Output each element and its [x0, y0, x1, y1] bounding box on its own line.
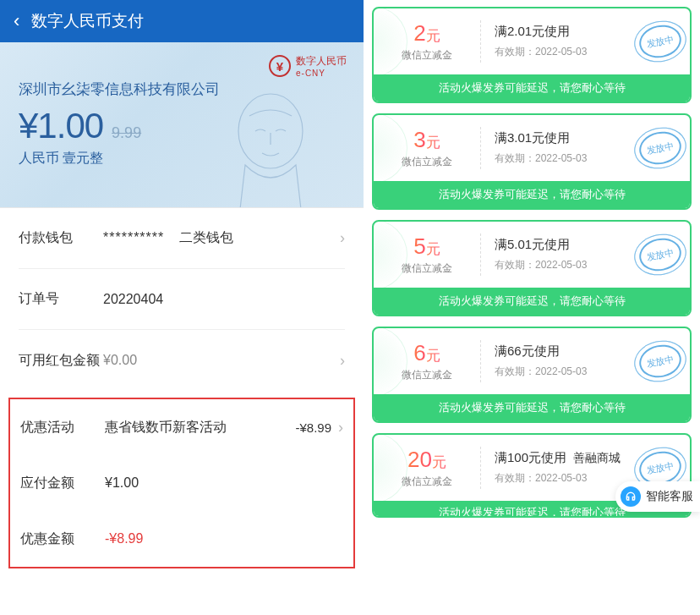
chevron-right-icon: ›	[338, 419, 343, 437]
issuing-stamp-icon: 发放中	[637, 234, 685, 275]
payable-value: ¥1.00	[105, 475, 343, 491]
activity-label: 优惠活动	[20, 419, 105, 437]
headset-icon	[621, 486, 641, 507]
coupon-subtitle: 微信立减金	[402, 475, 452, 489]
coupon-subtitle: 微信立减金	[402, 48, 452, 63]
promo-highlight-box: 优惠活动 惠省钱数币新客活动 -¥8.99 › 应付金额 ¥1.00 优惠金额 …	[8, 398, 355, 568]
banknote-card: ¥ 数字人民币 e-CNY 深圳市幺柒零信息科技有限公司 ¥1.00 9.99 …	[0, 42, 364, 208]
order-row: 订单号 20220404	[19, 269, 345, 330]
issuing-stamp-icon: 发放中	[637, 128, 685, 168]
header-title: 数字人民币支付	[31, 10, 144, 32]
wallet-value: ********** 二类钱包	[103, 229, 333, 247]
coupon-amount: 3	[413, 127, 425, 152]
order-label: 订单号	[19, 290, 103, 308]
discount-value: -¥8.99	[105, 531, 343, 546]
coupon-amount: 2	[413, 20, 425, 46]
coupons-screen: 2元 微信立减金 满2.01元使用 有效期：2022-05-03 发放中 活动火…	[364, 0, 700, 615]
chevron-right-icon: ›	[340, 352, 345, 370]
coupon-card[interactable]: 5元 微信立减金 满5.01元使用 有效期：2022-05-03 发放中 活动火…	[372, 220, 692, 316]
discount-label: 优惠金额	[20, 530, 105, 548]
back-icon[interactable]: ‹	[14, 12, 19, 30]
pay-amount: ¥1.00	[19, 106, 103, 146]
redpack-label: 可用红包金额	[19, 352, 103, 370]
coupon-footer: 活动火爆发券可能延迟，请您耐心等待	[374, 181, 690, 208]
header-bar: ‹ 数字人民币支付	[0, 0, 364, 42]
wallet-row[interactable]: 付款钱包 ********** 二类钱包 ›	[19, 208, 345, 269]
coupon-amount: 6	[413, 340, 425, 365]
coupon-footer: 活动火爆发券可能延迟，请您耐心等待	[374, 74, 690, 102]
coupon-subtitle: 微信立减金	[402, 368, 452, 382]
activity-discount: -¥8.99	[295, 420, 331, 435]
issuing-stamp-icon: 发放中	[637, 341, 685, 382]
activity-name: 惠省钱数币新客活动	[105, 419, 227, 437]
original-amount: 9.99	[112, 124, 141, 142]
discount-row: 优惠金额 -¥8.99	[20, 511, 343, 567]
redpack-row[interactable]: 可用红包金额 ¥0.00 ›	[19, 330, 345, 391]
support-label: 智能客服	[646, 489, 693, 504]
order-value: 20220404	[103, 292, 345, 307]
chevron-right-icon: ›	[340, 229, 345, 247]
smart-support-button[interactable]: 智能客服	[615, 481, 700, 512]
portrait-watermark	[203, 80, 338, 208]
ecny-cn: 数字人民币	[296, 54, 347, 69]
coupon-footer: 活动火爆发券可能延迟，请您耐心等待	[374, 394, 690, 421]
ecny-logo: ¥ 数字人民币 e-CNY	[269, 54, 347, 78]
payable-label: 应付金额	[20, 475, 105, 492]
redpack-value: ¥0.00	[103, 353, 333, 368]
ecny-en: e-CNY	[296, 69, 347, 78]
detail-section: 付款钱包 ********** 二类钱包 › 订单号 20220404 可用红包…	[0, 208, 364, 391]
coupon-card[interactable]: 6元 微信立减金 满66元使用 有效期：2022-05-03 发放中 活动火爆发…	[372, 327, 692, 423]
coupon-subtitle: 微信立减金	[402, 261, 452, 276]
coupon-card[interactable]: 2元 微信立减金 满2.01元使用 有效期：2022-05-03 发放中 活动火…	[372, 7, 692, 103]
issuing-stamp-icon: 发放中	[637, 21, 685, 62]
activity-row[interactable]: 优惠活动 惠省钱数币新客活动 -¥8.99 ›	[20, 399, 343, 455]
payment-screen: ‹ 数字人民币支付 ¥ 数字人民币 e-CNY 深圳市幺柒零信息科技有限公司 ¥…	[0, 0, 364, 615]
coupon-subtitle: 微信立减金	[402, 155, 452, 169]
payable-row: 应付金额 ¥1.00	[20, 455, 343, 511]
coupon-amount: 20	[407, 447, 432, 472]
ecny-symbol-icon: ¥	[269, 55, 291, 77]
coupon-shop-tag: 善融商城	[573, 451, 621, 466]
svg-point-0	[238, 94, 303, 168]
wallet-label: 付款钱包	[19, 229, 103, 247]
coupon-amount: 5	[413, 233, 425, 259]
coupon-footer: 活动火爆发券可能延迟，请您耐心等待	[374, 288, 690, 315]
coupon-card[interactable]: 3元 微信立减金 满3.01元使用 有效期：2022-05-03 发放中 活动火…	[372, 113, 692, 210]
